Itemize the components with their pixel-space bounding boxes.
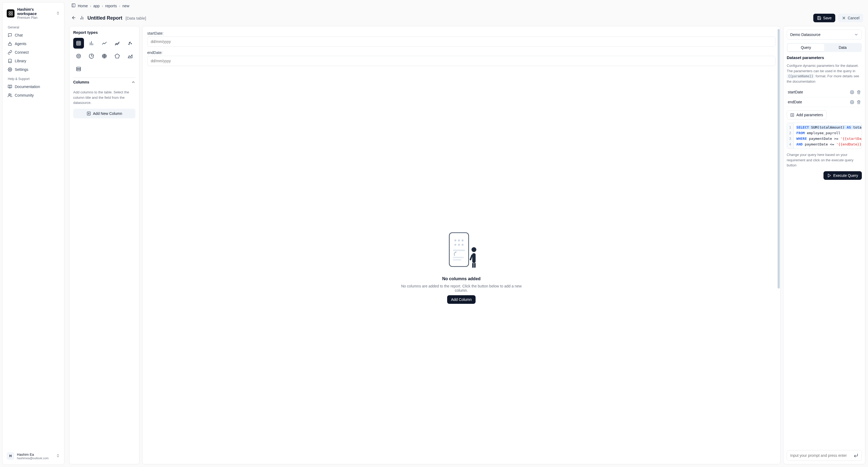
svg-point-43 <box>462 239 464 241</box>
breadcrumb: Home › app › reports › new <box>66 0 868 11</box>
nav-library[interactable]: Library <box>5 57 62 65</box>
breadcrumb-home[interactable]: Home <box>78 4 88 8</box>
svg-point-27 <box>129 43 130 43</box>
nav-agents-label: Agents <box>15 41 27 46</box>
nav-connect[interactable]: Connect <box>5 48 62 57</box>
type-area[interactable] <box>125 51 135 61</box>
title-bar: Untitled Report [Data table] Save Cancel <box>66 11 868 26</box>
svg-point-26 <box>131 43 132 44</box>
svg-point-28 <box>77 54 81 58</box>
nav-community[interactable]: Community <box>5 91 62 99</box>
report-title[interactable]: Untitled Report <box>88 15 122 21</box>
gear-icon[interactable] <box>850 100 854 104</box>
back-button[interactable] <box>71 15 76 21</box>
columns-help: Add columns to the table. Select the col… <box>73 90 135 106</box>
report-icon <box>80 15 84 21</box>
type-radar[interactable] <box>112 51 123 61</box>
user-email: hashimea@outlook.com <box>17 457 49 460</box>
type-table[interactable] <box>73 38 84 49</box>
nav-settings[interactable]: Settings <box>5 65 62 74</box>
nav-settings-label: Settings <box>15 67 28 72</box>
svg-marker-34 <box>115 54 120 58</box>
columns-section-toggle[interactable]: Columns <box>73 78 135 86</box>
breadcrumb-app[interactable]: app <box>93 4 99 8</box>
report-canvas: startDate: endDate: <box>142 26 780 464</box>
execute-query-label: Execute Query <box>833 173 858 178</box>
trash-icon[interactable] <box>857 100 861 104</box>
type-scatter[interactable] <box>125 38 135 49</box>
trash-icon[interactable] <box>857 90 861 94</box>
execute-query-button[interactable]: Execute Query <box>824 171 862 180</box>
type-multiline[interactable] <box>112 38 123 49</box>
svg-point-58 <box>851 101 853 103</box>
save-button[interactable]: Save <box>813 14 835 22</box>
main: Home › app › reports › new Untitled Repo… <box>66 0 868 467</box>
type-card[interactable] <box>73 64 84 74</box>
svg-point-44 <box>454 244 456 245</box>
report-types-title: Report types <box>73 30 135 35</box>
enter-icon[interactable] <box>854 453 858 458</box>
type-line[interactable] <box>99 38 110 49</box>
sql-editor[interactable]: 1234 SELECT SUM(totalAmount) AS total_pa… <box>787 123 862 149</box>
svg-rect-3 <box>11 14 12 15</box>
enddate-label: endDate: <box>147 51 775 55</box>
svg-rect-1 <box>11 11 12 13</box>
startdate-input[interactable] <box>147 36 775 47</box>
svg-rect-36 <box>77 69 81 71</box>
svg-point-42 <box>458 239 460 241</box>
prompt-input-container <box>787 450 862 461</box>
svg-rect-35 <box>77 67 81 69</box>
nav-documentation[interactable]: Documentation <box>5 82 62 91</box>
svg-rect-16 <box>77 41 81 46</box>
report-type-grid <box>73 38 135 74</box>
chevron-down-icon <box>854 32 858 37</box>
empty-state: No columns added No columns are added to… <box>147 70 775 459</box>
svg-rect-55 <box>472 263 474 268</box>
editor-content[interactable]: SELECT SUM(totalAmount) AS total_payroll… <box>794 123 862 149</box>
nav-chat[interactable]: Chat <box>5 31 62 39</box>
workspace-switcher[interactable]: Hashim's workspace Premium Plan <box>5 5 62 22</box>
empty-desc: No columns are added to the report. Clic… <box>397 284 526 293</box>
save-label: Save <box>823 16 832 20</box>
breadcrumb-reports[interactable]: reports <box>105 4 117 8</box>
startdate-label: startDate: <box>147 31 775 35</box>
workspace-plan: Premium Plan <box>17 16 53 20</box>
prompt-input[interactable] <box>790 453 851 458</box>
cancel-label: Cancel <box>848 16 860 20</box>
nav-library-label: Library <box>15 59 26 63</box>
svg-rect-48 <box>453 257 464 258</box>
svg-point-7 <box>8 94 10 95</box>
svg-point-25 <box>130 42 131 43</box>
user-menu[interactable]: H Hashim Ea hashimea@outlook.com <box>5 449 62 462</box>
query-help: Change your query here based on your req… <box>787 152 862 168</box>
svg-rect-4 <box>8 43 11 46</box>
sidebar-toggle[interactable] <box>71 3 75 8</box>
nav-agents[interactable]: Agents <box>5 39 62 48</box>
svg-point-29 <box>78 55 80 57</box>
cancel-button[interactable]: Cancel <box>838 14 863 22</box>
nav-chat-label: Chat <box>15 33 23 37</box>
avatar: H <box>7 452 14 460</box>
datasource-name: Demo Datasource <box>790 32 820 37</box>
type-bar[interactable] <box>86 38 97 49</box>
tab-query[interactable]: Query <box>787 44 824 51</box>
type-pie[interactable] <box>86 51 97 61</box>
add-new-column-button[interactable]: Add New Column <box>73 109 135 118</box>
datasource-select[interactable]: Demo Datasource <box>787 30 862 40</box>
chevrons-up-down-icon <box>56 11 60 16</box>
tab-data[interactable]: Data <box>824 44 861 51</box>
workspace-logo <box>7 9 14 18</box>
add-parameters-button[interactable]: Add parameters <box>787 110 827 119</box>
gear-icon[interactable] <box>850 90 854 94</box>
add-parameters-label: Add parameters <box>796 113 823 117</box>
breadcrumb-new[interactable]: new <box>122 4 129 8</box>
editor-gutter: 1234 <box>787 123 794 149</box>
add-column-button[interactable]: Add Column <box>447 295 475 304</box>
svg-point-46 <box>462 244 464 245</box>
enddate-input[interactable] <box>147 56 775 66</box>
add-new-column-label: Add New Column <box>93 111 122 116</box>
svg-rect-0 <box>9 11 10 13</box>
canvas-scrollbar[interactable] <box>778 29 780 461</box>
type-donut[interactable] <box>73 51 84 61</box>
type-radar-circle[interactable] <box>99 51 110 61</box>
